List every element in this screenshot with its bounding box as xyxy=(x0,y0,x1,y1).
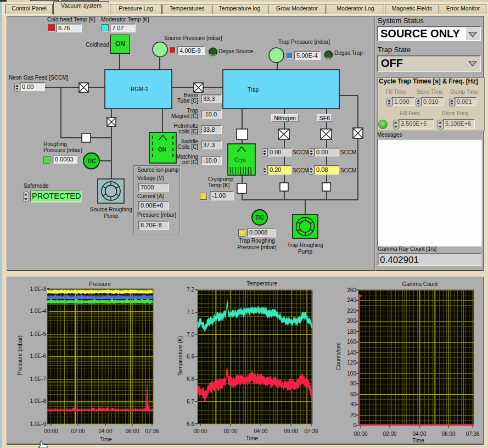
svg-text:00:00: 00:00 xyxy=(44,428,58,434)
svg-text:6.9: 6.9 xyxy=(187,354,194,360)
svg-text:02:00: 02:00 xyxy=(71,428,85,434)
svg-text:04:00: 04:00 xyxy=(412,431,426,437)
svg-text:160: 160 xyxy=(347,339,356,345)
svg-text:04:00: 04:00 xyxy=(254,428,267,434)
svg-text:7.0: 7.0 xyxy=(187,332,194,338)
svg-text:240: 240 xyxy=(347,297,356,303)
svg-text:120: 120 xyxy=(347,360,356,366)
svg-text:60: 60 xyxy=(350,391,357,397)
svg-text:T/C: T/C xyxy=(255,215,265,221)
svg-text:260: 260 xyxy=(347,287,356,293)
svg-text:1.0E-8: 1.0E-8 xyxy=(30,398,47,404)
svg-text:02:00: 02:00 xyxy=(383,431,396,437)
svg-text:Time: Time xyxy=(246,435,258,441)
svg-text:180: 180 xyxy=(347,329,356,335)
svg-text:6.7: 6.7 xyxy=(187,399,194,405)
svg-text:200: 200 xyxy=(347,318,356,324)
svg-text:00:00: 00:00 xyxy=(354,431,367,437)
svg-text:1.0E-9: 1.0E-9 xyxy=(30,421,47,427)
svg-text:1.0E-4: 1.0E-4 xyxy=(30,308,47,314)
svg-text:1.0E-3: 1.0E-3 xyxy=(30,286,47,292)
svg-text:6.6: 6.6 xyxy=(187,421,194,427)
svg-text:Gamma Count: Gamma Count xyxy=(402,281,437,287)
svg-text:Pressure: Pressure xyxy=(89,281,111,287)
svg-text:04:00: 04:00 xyxy=(98,428,112,434)
svg-text:100: 100 xyxy=(347,371,356,377)
svg-text:7.2: 7.2 xyxy=(187,287,194,293)
svg-text:140: 140 xyxy=(347,350,356,356)
svg-text:1.0E-7: 1.0E-7 xyxy=(30,376,47,382)
svg-text:07:36: 07:36 xyxy=(465,431,479,437)
svg-text:1.0E-5: 1.0E-5 xyxy=(30,331,47,337)
svg-text:Pressure (mbar): Pressure (mbar) xyxy=(17,335,23,375)
svg-text:07:36: 07:36 xyxy=(145,428,159,434)
svg-text:Time: Time xyxy=(412,438,424,444)
svg-text:1.0E-6: 1.0E-6 xyxy=(30,353,47,359)
svg-text:6.8: 6.8 xyxy=(187,376,194,382)
svg-text:220: 220 xyxy=(347,308,356,314)
svg-text:Temperature: Temperature xyxy=(246,281,278,287)
svg-text:20: 20 xyxy=(350,412,357,418)
svg-text:Counts/sec: Counts/sec xyxy=(335,343,341,370)
svg-text:06:00: 06:00 xyxy=(125,428,139,434)
svg-text:7.1: 7.1 xyxy=(187,309,194,315)
svg-text:00:00: 00:00 xyxy=(193,428,207,434)
svg-text:06:00: 06:00 xyxy=(284,428,298,434)
svg-text:02:00: 02:00 xyxy=(223,428,237,434)
svg-text:T/C: T/C xyxy=(87,158,96,164)
svg-text:40: 40 xyxy=(350,401,357,407)
svg-text:07:36: 07:36 xyxy=(304,428,318,434)
svg-text:80: 80 xyxy=(350,380,357,387)
svg-text:Temperature (K): Temperature (K) xyxy=(177,336,183,376)
svg-text:Time: Time xyxy=(100,436,112,443)
svg-text:06:00: 06:00 xyxy=(441,431,455,437)
